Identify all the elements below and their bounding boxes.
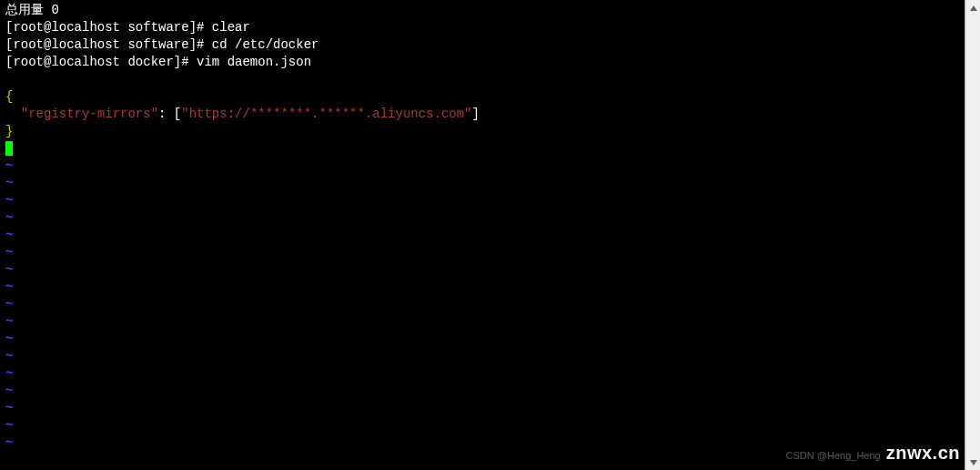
vim-tilde: ~ [5, 192, 959, 209]
vim-line: "registry-mirrors": ["https://********.*… [5, 106, 959, 123]
vim-tilde: ~ [5, 348, 959, 365]
cursor-block [5, 141, 13, 156]
vim-tilde: ~ [5, 227, 959, 244]
scroll-down-arrow[interactable] [965, 455, 980, 470]
cursor-line [5, 140, 959, 158]
vim-tilde: ~ [5, 279, 959, 296]
watermark-domain: znwx.cn [886, 444, 960, 462]
vim-tilde: ~ [5, 331, 959, 348]
prompt-line: [root@localhost software]# clear [5, 19, 959, 36]
vim-tilde: ~ [5, 417, 959, 434]
vim-tilde: ~ [5, 365, 959, 383]
vim-tilde: ~ [5, 175, 959, 192]
prompt-line: [root@localhost software]# cd /etc/docke… [5, 36, 959, 54]
watermark-csdn: CSDN @Heng_Heng [786, 447, 881, 465]
prompt-line: [root@localhost docker]# vim daemon.json [5, 54, 959, 71]
vim-tilde: ~ [5, 261, 959, 279]
vim-tilde: ~ [5, 400, 959, 417]
vim-tilde: ~ [5, 244, 959, 261]
watermark: CSDN @Heng_Heng znwx.cn [786, 444, 960, 465]
vim-tilde: ~ [5, 296, 959, 313]
vim-tilde: ~ [5, 383, 959, 400]
vim-line: } [5, 123, 959, 140]
vim-tilde: ~ [5, 209, 959, 227]
vim-tilde: ~ [5, 158, 959, 175]
scroll-up-arrow[interactable] [965, 0, 980, 15]
vim-tilde: ~ [5, 313, 959, 331]
scrollbar[interactable] [965, 0, 980, 470]
vim-line: { [5, 88, 959, 106]
output-line: 总用量 0 [5, 2, 959, 19]
blank-line [5, 71, 959, 88]
terminal-output[interactable]: 总用量 0 [root@localhost software]# clear [… [0, 0, 965, 470]
